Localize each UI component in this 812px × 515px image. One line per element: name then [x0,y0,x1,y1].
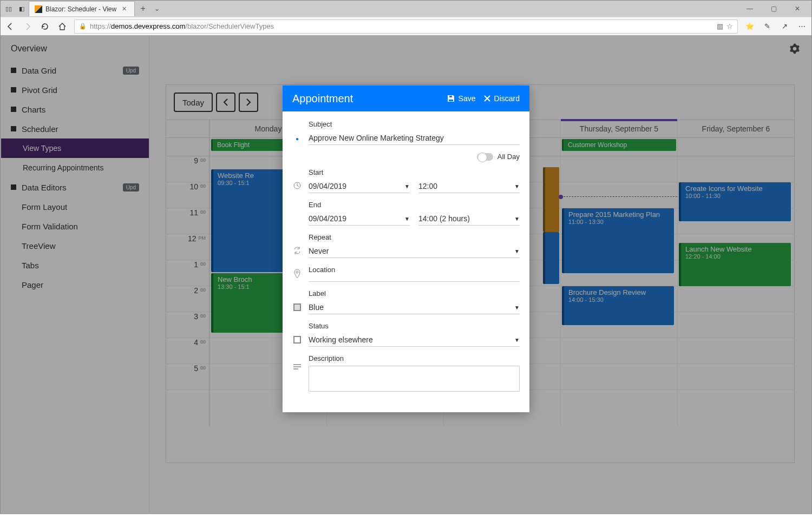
tab-more-icon[interactable]: ⌄ [151,5,163,12]
favorite-icon[interactable]: ☆ [726,22,733,30]
svg-point-1 [296,271,298,273]
maximize-button[interactable]: ▢ [762,1,785,16]
home-button[interactable] [57,21,68,32]
end-label: End [309,201,520,209]
tab-bar: ▯▯ ◧ Blazor: Scheduler - View ✕ + ⌄ — ▢ … [1,1,811,17]
end-date-input[interactable]: 09/04/2019▼ [309,212,410,226]
modal-title: Appointment [292,93,439,105]
minimize-button[interactable]: — [738,1,762,16]
settings-icon[interactable]: ⋯ [796,21,807,32]
location-input[interactable] [309,277,520,282]
close-window-button[interactable]: ✕ [785,1,809,16]
description-icon [292,354,302,373]
browser-tab[interactable]: Blazor: Scheduler - View ✕ [29,1,135,16]
favorites-list-icon[interactable]: ⭐ [744,21,755,32]
status-label: Status [309,322,520,330]
tab-favicon-icon [35,5,42,13]
repeat-select[interactable]: Never▼ [309,245,520,258]
status-select[interactable]: Working elsewhere▼ [309,333,520,347]
start-time-input[interactable]: 12:00▼ [418,180,520,193]
repeat-icon [292,246,302,258]
label-label: Label [309,289,520,298]
subject-marker-icon [292,136,302,145]
label-icon [292,303,302,314]
clock-icon [292,181,302,193]
tab-close-icon[interactable]: ✕ [120,5,129,12]
location-icon [292,269,302,282]
page-viewport: Overview Data Grid Upd Pivot Grid Charts… [1,35,811,513]
status-icon [292,336,302,347]
url-text: https://demos.devexpress.com/blazor/Sche… [90,22,713,30]
repeat-label: Repeat [309,233,520,241]
label-select[interactable]: Blue▼ [309,301,520,314]
nav-bar: 🔒 https://demos.devexpress.com/blazor/Sc… [1,17,811,35]
gear-icon[interactable] [789,43,800,54]
save-icon [447,94,455,103]
url-bar[interactable]: 🔒 https://demos.devexpress.com/blazor/Sc… [74,19,738,34]
subject-label: Subject [309,120,520,128]
notes-icon[interactable]: ✎ [762,21,772,32]
subject-input[interactable]: Approve New Online Marketing Strategy [309,131,520,145]
tab-title: Blazor: Scheduler - View [45,5,116,13]
description-input[interactable] [309,366,520,392]
tab-aside-icon[interactable]: ▯▯ [3,3,15,15]
tab-recent-icon[interactable]: ◧ [16,3,28,15]
browser-window: ▯▯ ◧ Blazor: Scheduler - View ✕ + ⌄ — ▢ … [0,0,812,514]
discard-button[interactable]: Discard [483,94,520,103]
back-button[interactable] [5,21,16,32]
modal-header: Appointment Save Discard [283,85,529,111]
description-label: Description [309,354,520,362]
lock-icon: 🔒 [79,23,87,30]
start-label: Start [309,168,520,176]
save-button[interactable]: Save [447,94,476,103]
appointment-modal: Appointment Save Discard Subject Approve… [283,85,529,412]
reading-view-icon[interactable]: ▥ [717,22,723,30]
allday-label: All Day [497,153,520,161]
start-date-input[interactable]: 09/04/2019▼ [309,180,410,193]
share-icon[interactable]: ↗ [779,21,790,32]
allday-toggle[interactable] [477,153,493,161]
close-icon [483,95,491,102]
refresh-button[interactable] [40,21,50,32]
end-time-input[interactable]: 14:00 (2 hours)▼ [418,212,520,226]
forward-button[interactable] [22,21,33,32]
location-label: Location [309,266,520,274]
new-tab-button[interactable]: + [136,2,150,16]
